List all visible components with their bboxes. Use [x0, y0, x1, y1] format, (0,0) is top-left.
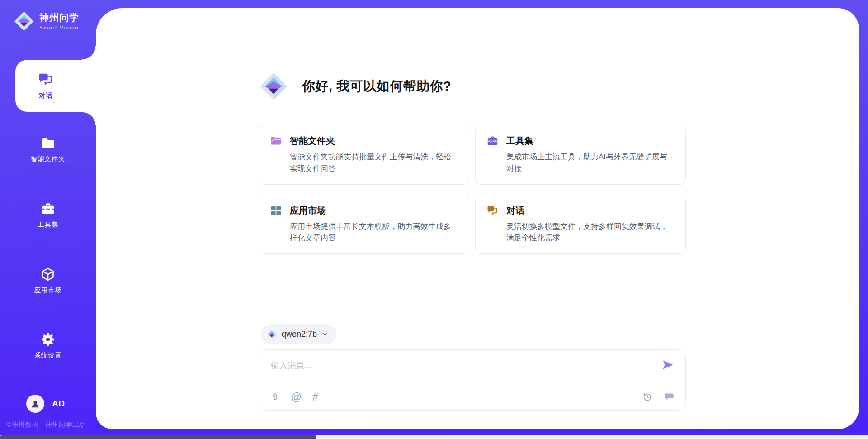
- card-title: 智能文件夹: [290, 135, 335, 147]
- user-name: AD: [52, 399, 65, 409]
- card-description: 集成市场上主流工具，助力AI与外界无缝扩展与对接: [506, 151, 675, 175]
- chat-bubble-icon[interactable]: [664, 391, 675, 402]
- sidebar-item-label: 系统设置: [34, 351, 61, 360]
- model-selector[interactable]: qwen2:7b: [260, 324, 336, 344]
- history-icon[interactable]: [642, 391, 653, 402]
- copyright-footer: ©神州数码 · 神州问学出品: [6, 420, 86, 429]
- folder-open-icon: [270, 135, 282, 147]
- tab-corner-bottom: [82, 112, 96, 125]
- card-app-market[interactable]: 应用市场 应用市场提供丰富长文本模板，助力高效生成多样化文章内容: [259, 195, 469, 254]
- chevron-down-icon: [321, 330, 329, 338]
- sidebar-item-label: 应用市场: [34, 286, 61, 295]
- composer-right-tools: [642, 391, 675, 402]
- grid-icon: [270, 205, 282, 217]
- greeting-block: 你好, 我可以如何帮助你?: [259, 72, 451, 101]
- folder-icon: [41, 136, 56, 151]
- card-smart-folder[interactable]: 智能文件夹 智能文件夹功能支持批量文件上传与清洗，轻松实现文件问答: [259, 125, 469, 185]
- tab-corner-top: [82, 46, 96, 60]
- card-chat[interactable]: 对话 灵活切换多模型文件，支持多样回复效果调试，满足个性化需求: [475, 195, 686, 254]
- sidebar-item-smart-folder[interactable]: 智能文件夹: [0, 136, 96, 163]
- main-panel: 你好, 我可以如何帮助你? 智能文件夹 智能文件夹功能支持批量文件上传与清洗，轻…: [96, 8, 859, 429]
- composer-left-tools: @ #: [270, 392, 318, 402]
- card-title: 工具集: [506, 135, 533, 147]
- content-column: 你好, 我可以如何帮助你? 智能文件夹 智能文件夹功能支持批量文件上传与清洗，轻…: [259, 8, 686, 429]
- message-input[interactable]: [270, 357, 642, 374]
- send-icon[interactable]: [661, 358, 675, 372]
- chat-icon: [486, 205, 499, 217]
- scrollbar-thumb[interactable]: [0, 435, 316, 439]
- chat-icon: [38, 72, 54, 88]
- card-title: 应用市场: [290, 205, 326, 217]
- sidebar-item-toolset[interactable]: 工具集: [0, 201, 96, 229]
- card-toolset[interactable]: 工具集 集成市场上主流工具，助力AI与外界无缝扩展与对接: [475, 125, 686, 185]
- gem-logo-icon: [266, 329, 277, 340]
- card-description: 灵活切换多模型文件，支持多样回复效果调试，满足个性化需求: [506, 221, 675, 244]
- user-profile[interactable]: AD: [26, 395, 65, 413]
- model-name: qwen2:7b: [282, 329, 317, 339]
- hash-icon[interactable]: #: [312, 392, 318, 402]
- app-logo: 神州问学 Smart Vision: [14, 11, 79, 32]
- sidebar-item-label: 对话: [39, 91, 53, 100]
- toolbox-icon: [486, 135, 499, 147]
- feature-cards: 智能文件夹 智能文件夹功能支持批量文件上传与清洗，轻松实现文件问答 工具: [259, 125, 686, 254]
- gear-icon: [40, 332, 56, 347]
- gem-logo-icon: [14, 11, 34, 32]
- avatar: [26, 395, 44, 413]
- cube-icon: [40, 267, 56, 282]
- person-avatar-icon: [29, 398, 41, 410]
- sidebar-item-app-market[interactable]: 应用市场: [0, 267, 96, 295]
- toolbox-icon: [41, 201, 56, 216]
- sidebar-item-settings[interactable]: 系统设置: [0, 332, 96, 360]
- gem-logo-icon: [259, 72, 288, 101]
- horizontal-scrollbar[interactable]: [0, 435, 868, 439]
- card-description: 应用市场提供丰富长文本模板，助力高效生成多样化文章内容: [290, 221, 458, 244]
- sidebar-item-label: 智能文件夹: [31, 155, 66, 163]
- card-title: 对话: [506, 205, 524, 217]
- paperclip-icon[interactable]: [270, 392, 280, 402]
- sidebar-item-label: 工具集: [38, 220, 58, 229]
- card-description: 智能文件夹功能支持批量文件上传与清洗，轻松实现文件问答: [290, 151, 458, 175]
- sidebar-item-chat[interactable]: 对话: [15, 60, 96, 112]
- message-composer: @ #: [259, 349, 686, 411]
- app-subtitle: Smart Vision: [39, 25, 79, 30]
- app-window: 神州问学 Smart Vision 对话 智能文件夹: [0, 0, 868, 439]
- at-icon[interactable]: @: [291, 392, 302, 402]
- app-title: 神州问学: [39, 12, 79, 23]
- greeting-title: 你好, 我可以如何帮助你?: [302, 77, 451, 95]
